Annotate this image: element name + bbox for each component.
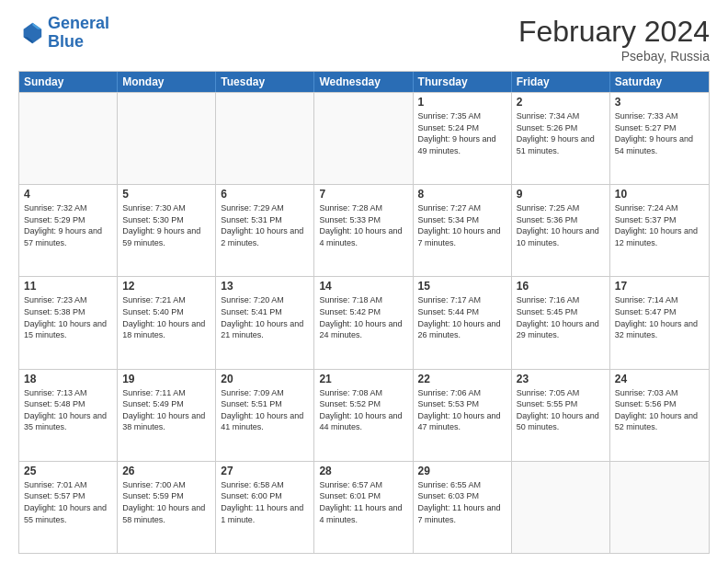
cal-cell-r1-c6: 10Sunrise: 7:24 AMSunset: 5:37 PMDayligh… bbox=[610, 185, 709, 276]
cal-row-4: 25Sunrise: 7:01 AMSunset: 5:57 PMDayligh… bbox=[19, 461, 709, 553]
day-number: 2 bbox=[517, 96, 605, 109]
day-number: 11 bbox=[24, 280, 112, 293]
day-info: Sunrise: 7:35 AMSunset: 5:24 PMDaylight:… bbox=[418, 110, 506, 156]
cal-row-1: 4Sunrise: 7:32 AMSunset: 5:29 PMDaylight… bbox=[19, 184, 709, 276]
logo: General Blue bbox=[18, 15, 109, 52]
day-number: 8 bbox=[418, 188, 506, 201]
header-saturday: Saturday bbox=[610, 72, 709, 92]
day-number: 12 bbox=[122, 280, 210, 293]
cal-cell-r0-c3 bbox=[314, 93, 413, 184]
day-number: 29 bbox=[418, 465, 506, 477]
day-number: 6 bbox=[221, 188, 309, 201]
day-info: Sunrise: 6:58 AMSunset: 6:00 PMDaylight:… bbox=[221, 479, 309, 525]
cal-cell-r2-c4: 15Sunrise: 7:17 AMSunset: 5:44 PMDayligh… bbox=[414, 277, 512, 368]
cal-cell-r0-c6: 3Sunrise: 7:33 AMSunset: 5:27 PMDaylight… bbox=[610, 93, 709, 184]
cal-cell-r0-c2 bbox=[216, 93, 314, 184]
day-info: Sunrise: 7:23 AMSunset: 5:38 PMDaylight:… bbox=[24, 294, 112, 340]
logo-line1: General bbox=[48, 14, 109, 32]
svg-marker-0 bbox=[24, 23, 42, 43]
day-info: Sunrise: 7:25 AMSunset: 5:36 PMDaylight:… bbox=[517, 202, 605, 248]
day-number: 25 bbox=[24, 465, 112, 477]
calendar-body: 1Sunrise: 7:35 AMSunset: 5:24 PMDaylight… bbox=[19, 92, 709, 553]
day-number: 9 bbox=[517, 188, 605, 201]
cal-cell-r2-c2: 13Sunrise: 7:20 AMSunset: 5:41 PMDayligh… bbox=[216, 277, 314, 368]
cal-cell-r2-c6: 17Sunrise: 7:14 AMSunset: 5:47 PMDayligh… bbox=[610, 277, 709, 368]
day-number: 15 bbox=[418, 280, 506, 293]
cal-cell-r3-c2: 20Sunrise: 7:09 AMSunset: 5:51 PMDayligh… bbox=[216, 370, 314, 461]
header-friday: Friday bbox=[512, 72, 610, 92]
day-number: 19 bbox=[122, 373, 210, 385]
logo-icon bbox=[18, 20, 44, 46]
day-number: 24 bbox=[615, 373, 704, 385]
day-number: 21 bbox=[319, 373, 407, 385]
cal-cell-r0-c5: 2Sunrise: 7:34 AMSunset: 5:26 PMDaylight… bbox=[512, 93, 610, 184]
day-info: Sunrise: 7:16 AMSunset: 5:45 PMDaylight:… bbox=[517, 294, 605, 340]
logo-text: General Blue bbox=[48, 15, 109, 52]
day-number: 13 bbox=[221, 280, 309, 293]
cal-cell-r4-c6 bbox=[610, 462, 709, 553]
calendar: Sunday Monday Tuesday Wednesday Thursday… bbox=[18, 71, 710, 554]
day-info: Sunrise: 7:01 AMSunset: 5:57 PMDaylight:… bbox=[24, 479, 112, 525]
day-info: Sunrise: 7:34 AMSunset: 5:26 PMDaylight:… bbox=[517, 110, 605, 156]
day-info: Sunrise: 7:28 AMSunset: 5:33 PMDaylight:… bbox=[319, 202, 407, 248]
day-info: Sunrise: 7:03 AMSunset: 5:56 PMDaylight:… bbox=[615, 387, 704, 433]
header: General Blue February 2024 Psebay, Russi… bbox=[18, 15, 710, 63]
day-number: 3 bbox=[615, 96, 704, 109]
logo-line2: Blue bbox=[48, 32, 84, 51]
cal-cell-r4-c0: 25Sunrise: 7:01 AMSunset: 5:57 PMDayligh… bbox=[19, 462, 118, 553]
day-number: 18 bbox=[24, 373, 112, 385]
cal-cell-r3-c6: 24Sunrise: 7:03 AMSunset: 5:56 PMDayligh… bbox=[610, 370, 709, 461]
cal-cell-r2-c5: 16Sunrise: 7:16 AMSunset: 5:45 PMDayligh… bbox=[512, 277, 610, 368]
day-info: Sunrise: 7:06 AMSunset: 5:53 PMDaylight:… bbox=[418, 387, 506, 433]
cal-cell-r1-c1: 5Sunrise: 7:30 AMSunset: 5:30 PMDaylight… bbox=[118, 185, 216, 276]
cal-cell-r3-c4: 22Sunrise: 7:06 AMSunset: 5:53 PMDayligh… bbox=[414, 370, 512, 461]
cal-cell-r2-c3: 14Sunrise: 7:18 AMSunset: 5:42 PMDayligh… bbox=[314, 277, 413, 368]
cal-cell-r1-c4: 8Sunrise: 7:27 AMSunset: 5:34 PMDaylight… bbox=[414, 185, 512, 276]
cal-cell-r4-c3: 28Sunrise: 6:57 AMSunset: 6:01 PMDayligh… bbox=[314, 462, 413, 553]
day-number: 17 bbox=[615, 280, 704, 293]
day-info: Sunrise: 7:33 AMSunset: 5:27 PMDaylight:… bbox=[615, 110, 704, 156]
location: Psebay, Russia bbox=[518, 49, 710, 63]
day-info: Sunrise: 7:18 AMSunset: 5:42 PMDaylight:… bbox=[319, 294, 407, 340]
cal-cell-r1-c0: 4Sunrise: 7:32 AMSunset: 5:29 PMDaylight… bbox=[19, 185, 118, 276]
page: General Blue February 2024 Psebay, Russi… bbox=[0, 0, 728, 563]
day-number: 7 bbox=[319, 188, 407, 201]
day-number: 5 bbox=[122, 188, 210, 201]
header-thursday: Thursday bbox=[414, 72, 512, 92]
title-block: February 2024 Psebay, Russia bbox=[518, 15, 710, 63]
day-info: Sunrise: 7:05 AMSunset: 5:55 PMDaylight:… bbox=[517, 387, 605, 433]
day-info: Sunrise: 7:08 AMSunset: 5:52 PMDaylight:… bbox=[319, 387, 407, 433]
cal-cell-r3-c3: 21Sunrise: 7:08 AMSunset: 5:52 PMDayligh… bbox=[314, 370, 413, 461]
day-info: Sunrise: 7:11 AMSunset: 5:49 PMDaylight:… bbox=[122, 387, 210, 433]
cal-cell-r3-c1: 19Sunrise: 7:11 AMSunset: 5:49 PMDayligh… bbox=[118, 370, 216, 461]
day-info: Sunrise: 7:09 AMSunset: 5:51 PMDaylight:… bbox=[221, 387, 309, 433]
header-sunday: Sunday bbox=[19, 72, 118, 92]
day-number: 10 bbox=[615, 188, 704, 201]
cal-cell-r4-c4: 29Sunrise: 6:55 AMSunset: 6:03 PMDayligh… bbox=[414, 462, 512, 553]
cal-row-0: 1Sunrise: 7:35 AMSunset: 5:24 PMDaylight… bbox=[19, 92, 709, 184]
day-number: 22 bbox=[418, 373, 506, 385]
day-number: 23 bbox=[517, 373, 605, 385]
header-monday: Monday bbox=[118, 72, 216, 92]
day-info: Sunrise: 7:27 AMSunset: 5:34 PMDaylight:… bbox=[418, 202, 506, 248]
day-number: 26 bbox=[122, 465, 210, 477]
cal-cell-r2-c0: 11Sunrise: 7:23 AMSunset: 5:38 PMDayligh… bbox=[19, 277, 118, 368]
day-info: Sunrise: 6:57 AMSunset: 6:01 PMDaylight:… bbox=[319, 479, 407, 525]
cal-cell-r1-c5: 9Sunrise: 7:25 AMSunset: 5:36 PMDaylight… bbox=[512, 185, 610, 276]
day-number: 16 bbox=[517, 280, 605, 293]
day-info: Sunrise: 7:32 AMSunset: 5:29 PMDaylight:… bbox=[24, 202, 112, 248]
cal-cell-r0-c1 bbox=[118, 93, 216, 184]
day-info: Sunrise: 6:55 AMSunset: 6:03 PMDaylight:… bbox=[418, 479, 506, 525]
cal-cell-r3-c5: 23Sunrise: 7:05 AMSunset: 5:55 PMDayligh… bbox=[512, 370, 610, 461]
day-number: 14 bbox=[319, 280, 407, 293]
day-number: 27 bbox=[221, 465, 309, 477]
cal-cell-r2-c1: 12Sunrise: 7:21 AMSunset: 5:40 PMDayligh… bbox=[118, 277, 216, 368]
day-number: 20 bbox=[221, 373, 309, 385]
cal-cell-r0-c4: 1Sunrise: 7:35 AMSunset: 5:24 PMDaylight… bbox=[414, 93, 512, 184]
day-number: 28 bbox=[319, 465, 407, 477]
day-info: Sunrise: 7:00 AMSunset: 5:59 PMDaylight:… bbox=[122, 479, 210, 525]
day-info: Sunrise: 7:17 AMSunset: 5:44 PMDaylight:… bbox=[418, 294, 506, 340]
day-info: Sunrise: 7:29 AMSunset: 5:31 PMDaylight:… bbox=[221, 202, 309, 248]
day-info: Sunrise: 7:14 AMSunset: 5:47 PMDaylight:… bbox=[615, 294, 704, 340]
day-info: Sunrise: 7:21 AMSunset: 5:40 PMDaylight:… bbox=[122, 294, 210, 340]
